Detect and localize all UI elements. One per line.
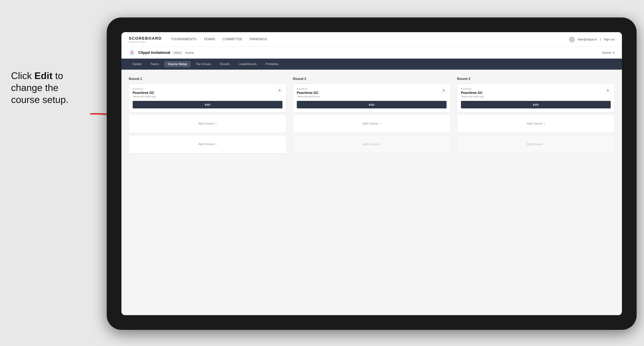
round-3-add-course-1-plus-icon: +	[543, 122, 545, 125]
round-1-course-label: (Course A)	[133, 88, 277, 90]
cancel-x-icon: ✕	[612, 51, 614, 54]
tournament-logo-icon: C	[129, 49, 136, 56]
round-1-add-course-1-text: Add Course	[198, 122, 214, 125]
round-3-course-card: (Course A) Peachtree GC Yellow (M) (6629…	[457, 84, 614, 112]
round-1-column: Round 1 (Course A) Peachtree GC Yellow (…	[129, 77, 286, 156]
round-3-add-course-1-text: Add Course	[526, 122, 542, 125]
round-1-delete-button[interactable]: 🗑	[277, 88, 282, 93]
instruction-text: Click Edit tochange thecourse setup.	[11, 70, 88, 106]
user-avatar	[569, 36, 575, 42]
round-2-course-header: (Course A) Peachtree GC Yellow (M) (6629…	[297, 88, 446, 101]
tournament-bar: C Clippd Invitational (Men) Hosting Canc…	[122, 47, 622, 59]
round-3-add-course-2: Add Course +	[457, 135, 614, 154]
tab-leaderboards[interactable]: Leaderboards	[235, 61, 260, 67]
round-3-course-name: Peachtree GC	[461, 91, 605, 95]
round-2-course-card: (Course A) Peachtree GC Yellow (M) (6629…	[293, 84, 450, 112]
user-email: blair@clippd.io	[578, 38, 597, 41]
round-1-add-course-1-plus-icon: +	[215, 122, 217, 125]
nav-teams[interactable]: TEAMS	[204, 36, 215, 42]
tab-tee-groups[interactable]: Tee Groups	[192, 61, 215, 67]
round-1-course-details: Yellow (M) (6629 yds)	[133, 95, 277, 98]
tab-teams[interactable]: Teams	[147, 61, 163, 67]
round-2-add-course-1-plus-icon: +	[379, 122, 381, 125]
tab-details[interactable]: Details	[129, 61, 145, 67]
round-2-edit-button[interactable]: Edit	[297, 101, 446, 108]
round-1-add-course-2-plus-icon: +	[215, 143, 217, 146]
round-2-title: Round 2	[293, 77, 450, 81]
user-area: blair@clippd.io | Sign out	[569, 36, 614, 42]
round-3-edit-button[interactable]: Edit	[461, 101, 611, 108]
tabs-bar: Details Teams Course Setup Tee Groups Re…	[122, 59, 622, 70]
round-2-add-course-1[interactable]: Add Course +	[293, 115, 450, 133]
round-2-add-course-2-plus-icon: +	[379, 143, 381, 146]
sign-out-link[interactable]: Sign out	[604, 38, 614, 41]
round-2-course-label: (Course A)	[297, 88, 441, 90]
trash-icon-r3: 🗑	[606, 89, 610, 92]
logo-area: SCOREBOARD Powered by clippd	[129, 36, 162, 43]
gender-badge: (Men)	[172, 51, 183, 55]
round-2-course-info: (Course A) Peachtree GC Yellow (M) (6629…	[297, 88, 441, 101]
nav-committee[interactable]: COMMITTEE	[223, 36, 242, 42]
round-2-delete-button[interactable]: 🗑	[441, 88, 446, 93]
round-3-course-details: Yellow (M) (6629 yds)	[461, 95, 605, 98]
tablet-screen: SCOREBOARD Powered by clippd TOURNAMENTS…	[122, 32, 622, 315]
nav-rankings[interactable]: RANKINGS	[250, 36, 267, 42]
round-3-title: Round 3	[457, 77, 614, 81]
round-3-add-course-2-plus-icon: +	[543, 143, 545, 146]
separator: |	[600, 38, 601, 41]
round-3-delete-button[interactable]: 🗑	[605, 88, 611, 93]
round-1-course-info: (Course A) Peachtree GC Yellow (M) (6629…	[133, 88, 277, 101]
nav-tournaments[interactable]: TOURNAMENTS	[171, 36, 196, 42]
tablet-frame: SCOREBOARD Powered by clippd TOURNAMENTS…	[107, 17, 637, 330]
round-3-add-course-2-text: Add Course	[526, 143, 542, 146]
round-2-column: Round 2 (Course A) Peachtree GC Yellow (…	[293, 77, 450, 156]
scoreboard-logo: SCOREBOARD	[129, 36, 162, 41]
cancel-button[interactable]: Cancel ✕	[602, 51, 614, 54]
round-1-add-course-2[interactable]: Add Course +	[129, 135, 286, 154]
tournament-name: Clippd Invitational	[138, 50, 170, 55]
bold-edit: Edit	[34, 70, 52, 81]
round-3-column: Round 3 (Course A) Peachtree GC Yellow (…	[457, 77, 614, 156]
main-content: Round 1 (Course A) Peachtree GC Yellow (…	[122, 70, 622, 315]
top-nav: SCOREBOARD Powered by clippd TOURNAMENTS…	[122, 32, 622, 47]
trash-icon-r2: 🗑	[442, 89, 445, 92]
round-2-add-course-2-text: Add Course	[362, 143, 378, 146]
round-1-edit-button[interactable]: Edit	[133, 101, 282, 108]
trash-icon: 🗑	[278, 89, 281, 92]
round-1-add-course-2-text: Add Course	[198, 143, 214, 146]
round-2-add-course-1-text: Add Course	[362, 122, 378, 125]
round-2-course-name: Peachtree GC	[297, 91, 441, 95]
round-3-course-info: (Course A) Peachtree GC Yellow (M) (6629…	[461, 88, 605, 101]
round-1-title: Round 1	[129, 77, 286, 81]
round-1-course-name: Peachtree GC	[133, 91, 277, 95]
rounds-grid: Round 1 (Course A) Peachtree GC Yellow (…	[129, 77, 614, 156]
round-1-course-card: (Course A) Peachtree GC Yellow (M) (6629…	[129, 84, 286, 112]
round-3-course-label: (Course A)	[461, 88, 605, 90]
round-3-add-course-1[interactable]: Add Course +	[457, 115, 614, 133]
tab-printables[interactable]: Printables	[262, 61, 282, 67]
round-3-course-header: (Course A) Peachtree GC Yellow (M) (6629…	[461, 88, 611, 101]
round-2-course-details: Yellow (M) (6629 yds)	[297, 95, 441, 98]
round-1-add-course-1[interactable]: Add Course +	[129, 115, 286, 133]
round-1-course-header: (Course A) Peachtree GC Yellow (M) (6629…	[133, 88, 282, 101]
tab-course-setup[interactable]: Course Setup	[164, 61, 190, 67]
logo-subtitle: Powered by clippd	[129, 41, 162, 43]
round-2-add-course-2: Add Course +	[293, 135, 450, 154]
hosting-badge: Hosting	[185, 51, 194, 54]
tab-results[interactable]: Results	[216, 61, 233, 67]
nav-links: TOURNAMENTS TEAMS COMMITTEE RANKINGS	[171, 36, 569, 42]
